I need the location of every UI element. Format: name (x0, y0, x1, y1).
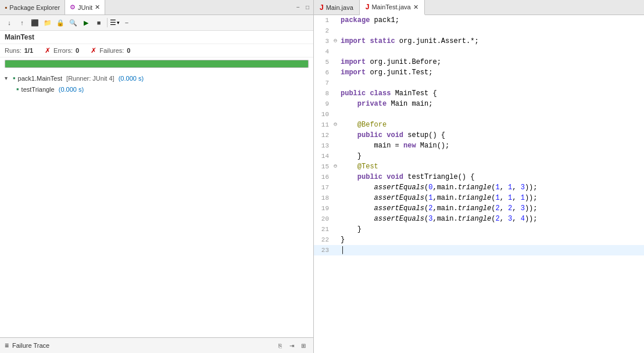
left-panel: ▪ Package Explorer ⚙ JUnit ✕ − □ ↓ ↑ ⬛ 📁… (0, 0, 314, 353)
maintest-java-label: MainTest.java (371, 3, 410, 10)
failures-label: Failures: (99, 47, 124, 54)
code-line-10: 10 (314, 109, 644, 120)
run-button[interactable]: ▶ (80, 17, 92, 28)
history-button[interactable]: 📁 (42, 17, 53, 28)
trace-icons: ⎘ ⇥ ⊞ (275, 340, 309, 351)
maintest-java-icon: J (366, 3, 370, 11)
failures-value: 0 (127, 47, 130, 54)
rerun-button[interactable]: ↓ (3, 17, 15, 28)
hamburger-icon: ≡ (5, 341, 9, 350)
trace-icon-filter[interactable]: ⇥ (287, 340, 297, 351)
tree-maintest-runner: [Runner: JUnit 4] (65, 75, 115, 82)
stats-row: Runs: 1/1 ✗ Errors: 0 ✗ Failures: 0 (0, 44, 313, 57)
code-line-21: 21 } (314, 224, 644, 235)
tree-maintest-time: (0.000 s) (117, 75, 144, 82)
window-controls: − □ (295, 0, 313, 15)
progress-container (0, 57, 313, 70)
code-line-8: 8 public class MainTest { (314, 88, 644, 99)
trace-icon-expand[interactable]: ⊞ (298, 340, 309, 351)
rerun-failed-button[interactable]: ↑ (16, 17, 28, 28)
code-line-13: 13 main = new Main(); (314, 141, 644, 151)
stop-button[interactable]: ⬛ (29, 17, 41, 28)
code-line-16: 16 public void testTriangle() { (314, 172, 644, 182)
main-java-label: Main.java (326, 4, 353, 11)
runs-value: 1/1 (24, 47, 33, 54)
code-line-14: 14 } (314, 151, 644, 161)
code-line-3: 3 ⊖ import static org.junit.Assert.*; (314, 36, 644, 46)
junit-toolbar: ↓ ↑ ⬛ 📁 🔒 🔍 ▶ ■ ☰ ▾ − (0, 15, 313, 31)
code-line-9: 9 private Main main; (314, 99, 644, 109)
tab-junit[interactable]: ⚙ JUnit ✕ (65, 0, 105, 15)
code-line-11: 11 ⊖ @Before (314, 120, 644, 130)
editor-tabs: J Main.java J MainTest.java ✕ (314, 0, 644, 15)
tab-package-explorer[interactable]: ▪ Package Explorer (0, 0, 65, 15)
code-line-2: 2 (314, 26, 644, 36)
runs-label: Runs: (5, 47, 22, 54)
tree-item-testtriangle[interactable]: ▪ testTriangle (0.000 s) (0, 84, 313, 95)
code-line-4: 4 (314, 46, 644, 57)
tree-testtriangle-time: (0.000 s) (57, 86, 84, 93)
failure-icon: ✗ (91, 46, 96, 55)
maintest-java-close-button[interactable]: ✕ (413, 3, 418, 11)
code-line-5: 5 import org.junit.Before; (314, 57, 644, 67)
code-line-1: 1 package pack1; (314, 15, 644, 26)
halt-button[interactable]: ■ (93, 17, 105, 28)
package-explorer-label: Package Explorer (9, 4, 60, 11)
code-line-23: 23 │ (314, 245, 644, 255)
errors-label: Errors: (53, 47, 73, 54)
tree-item-maintest[interactable]: ▾ ▪ pack1.MainTest [Runner: JUnit 4] (0.… (0, 73, 313, 84)
tree-maintest-icon: ▪ (13, 74, 16, 82)
test-tree: ▾ ▪ pack1.MainTest [Runner: JUnit 4] (0.… (0, 70, 313, 337)
view-menu-icon: ☰ (110, 19, 116, 27)
toolbar-separator (107, 18, 108, 27)
code-line-19: 19 assertEquals(2,main.triangle(2, 2, 3)… (314, 203, 644, 214)
code-line-12: 12 public void setup() { (314, 130, 644, 141)
chevron-down-icon: ▾ (117, 20, 120, 26)
search-button[interactable]: 🔍 (67, 17, 79, 28)
errors-value: 0 (76, 47, 79, 54)
code-editor[interactable]: 1 package pack1; 2 3 ⊖ import static org… (314, 15, 644, 353)
failure-trace-label: Failure Trace (12, 342, 271, 349)
errors-stat: ✗ Errors: 0 (45, 46, 79, 55)
maximize-button[interactable]: □ (304, 4, 311, 10)
code-line-17: 17 assertEquals(0,main.triangle(1, 1, 3)… (314, 182, 644, 193)
left-panel-tabs: ▪ Package Explorer ⚙ JUnit ✕ − □ (0, 0, 313, 15)
package-explorer-icon: ▪ (5, 3, 7, 12)
failures-stat: ✗ Failures: 0 (91, 46, 130, 55)
junit-close-button[interactable]: ✕ (95, 3, 100, 11)
junit-label: JUnit (78, 4, 92, 11)
right-panel: J Main.java J MainTest.java ✕ 1 package … (314, 0, 644, 353)
tree-testtriangle-text: testTriangle (22, 86, 55, 93)
minimize-button[interactable]: − (295, 4, 302, 10)
tab-main-java[interactable]: J Main.java (314, 0, 360, 15)
minimize-view-button[interactable]: − (121, 17, 133, 28)
view-menu[interactable]: ☰ ▾ (110, 19, 120, 27)
code-line-15: 15 ⊖ @Test (314, 161, 644, 172)
code-line-20: 20 assertEquals(3,main.triangle(2, 3, 4)… (314, 214, 644, 224)
progress-bar-inner (5, 60, 308, 67)
code-line-18: 18 assertEquals(1,main.triangle(1, 1, 1)… (314, 193, 644, 203)
failure-trace-bar: ≡ Failure Trace ⎘ ⇥ ⊞ (0, 337, 313, 353)
tree-chevron-expand: ▾ (5, 75, 10, 81)
main-java-icon: J (320, 3, 324, 12)
runs-stat: Runs: 1/1 (5, 47, 33, 54)
test-class-name: MainTest (0, 31, 313, 44)
progress-bar-outer (5, 60, 309, 68)
error-icon: ✗ (45, 46, 51, 55)
trace-icon-copy[interactable]: ⎘ (275, 340, 285, 351)
code-line-6: 6 import org.junit.Test; (314, 67, 644, 78)
tree-testtriangle-icon: ▪ (16, 85, 19, 93)
tree-maintest-text: pack1.MainTest (18, 75, 62, 82)
code-line-7: 7 (314, 78, 644, 88)
junit-icon: ⚙ (70, 3, 76, 11)
tab-maintest-java[interactable]: J MainTest.java ✕ (360, 0, 425, 15)
lock-button[interactable]: 🔒 (55, 17, 66, 28)
code-line-22: 22 } (314, 235, 644, 245)
